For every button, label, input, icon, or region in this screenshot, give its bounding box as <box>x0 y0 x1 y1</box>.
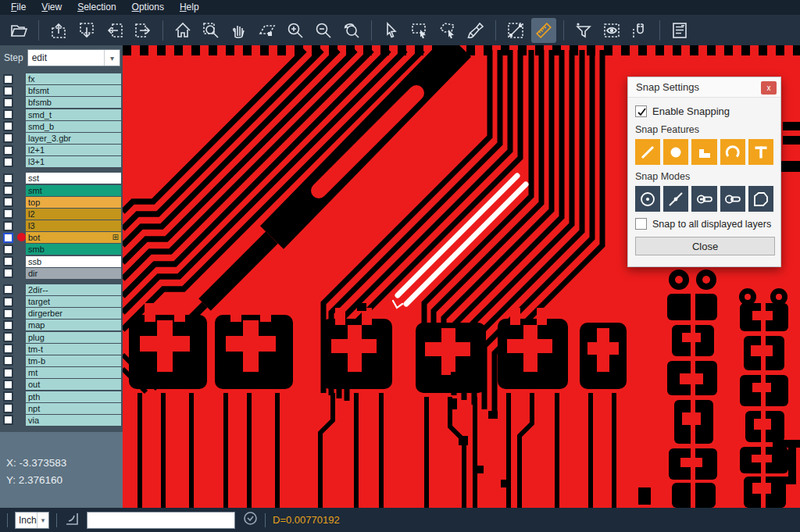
snap-mode-center-icon[interactable] <box>635 186 660 212</box>
layer-row-pth[interactable]: pth <box>0 391 123 402</box>
shift-view-up-icon[interactable] <box>46 18 71 43</box>
layer-row-smd_t[interactable]: smd_t <box>0 109 123 120</box>
unit-select[interactable]: Inch ▾ <box>15 512 49 529</box>
layer-row-bfsmt[interactable]: bfsmt <box>0 85 123 96</box>
layer-visibility-checkbox[interactable] <box>3 309 13 319</box>
snap-magnet-icon[interactable] <box>627 18 652 43</box>
layer-visibility-checkbox[interactable] <box>3 256 13 266</box>
select-arrow-icon[interactable] <box>379 18 404 43</box>
snap-mode-contour-icon[interactable] <box>748 186 773 212</box>
snap-feature-arc-icon[interactable] <box>720 139 745 165</box>
layer-row-smb[interactable]: smb <box>0 244 123 255</box>
layer-visibility-checkbox[interactable] <box>3 332 13 342</box>
enable-snapping-checkbox[interactable]: Enable Snapping <box>635 105 773 117</box>
select-polygon-icon[interactable] <box>435 18 460 43</box>
layer-visibility-checkbox[interactable] <box>3 221 13 231</box>
measure-line-icon[interactable] <box>503 18 528 43</box>
layer-visibility-checkbox[interactable] <box>3 233 13 243</box>
layer-visibility-checkbox[interactable] <box>3 403 13 413</box>
layer-visibility-checkbox[interactable] <box>3 185 13 195</box>
layer-row-dir[interactable]: dir <box>0 268 123 279</box>
layer-visibility-checkbox[interactable] <box>3 197 13 207</box>
layer-row-tm-t[interactable]: tm-t <box>0 344 123 355</box>
layer-row-bfsmb[interactable]: bfsmb <box>0 97 123 108</box>
open-folder-icon[interactable] <box>6 18 31 43</box>
step-select[interactable]: edit ▾ <box>27 49 120 66</box>
layer-row-mt[interactable]: mt <box>0 367 123 378</box>
zoom-in-icon[interactable] <box>283 18 308 43</box>
measure-input[interactable] <box>87 512 235 529</box>
layer-row-target[interactable]: target <box>0 296 123 307</box>
show-hide-icon[interactable] <box>599 18 624 43</box>
layer-visibility-checkbox[interactable] <box>3 344 13 354</box>
layer-grid-icon[interactable]: ⊞ <box>112 232 119 243</box>
layer-visibility-checkbox[interactable] <box>3 173 13 184</box>
layer-visibility-checkbox[interactable] <box>3 284 13 295</box>
layer-visibility-checkbox[interactable] <box>3 109 13 120</box>
select-brush-icon[interactable] <box>463 18 488 43</box>
layer-row-out[interactable]: out <box>0 379 123 390</box>
layer-visibility-checkbox[interactable] <box>3 368 13 378</box>
shift-view-right-icon[interactable] <box>130 18 155 43</box>
snap-feature-pad-icon[interactable] <box>663 139 688 165</box>
layer-row-bot[interactable]: bot⊞ <box>0 232 123 243</box>
layer-visibility-checkbox[interactable] <box>3 297 13 307</box>
layer-visibility-checkbox[interactable] <box>3 145 13 155</box>
ruler-icon[interactable] <box>531 18 556 43</box>
snap-feature-line-icon[interactable] <box>635 139 660 165</box>
layer-visibility-checkbox[interactable] <box>3 133 13 143</box>
layer-row-sst[interactable]: sst <box>0 173 123 184</box>
layer-visibility-checkbox[interactable] <box>3 121 13 131</box>
home-view-icon[interactable] <box>170 18 195 43</box>
menu-file[interactable]: File <box>3 0 34 15</box>
menu-selection[interactable]: Selection <box>70 0 123 15</box>
layer-row-l3[interactable]: l3 <box>0 220 123 231</box>
zoom-previous-icon[interactable] <box>339 18 364 43</box>
layer-visibility-checkbox[interactable] <box>3 74 13 84</box>
layer-row-l2+1[interactable]: l2+1 <box>0 145 123 155</box>
layer-row-l2[interactable]: l2 <box>0 209 123 220</box>
layer-row-smt[interactable]: smt <box>0 185 123 196</box>
layer-row-dirgerber[interactable]: dirgerber <box>0 308 123 319</box>
layer-visibility-checkbox[interactable] <box>3 86 13 96</box>
layer-row-plug[interactable]: plug <box>0 332 123 343</box>
confirm-icon[interactable] <box>243 511 258 529</box>
menu-view[interactable]: View <box>34 0 70 15</box>
close-button[interactable]: Close <box>635 237 775 255</box>
layer-visibility-checkbox[interactable] <box>3 415 13 425</box>
select-rectangle-icon[interactable] <box>407 18 432 43</box>
layer-row-smd_b[interactable]: smd_b <box>0 121 123 132</box>
snap-feature-surface-icon[interactable] <box>691 139 716 165</box>
snap-mode-slot-outline-icon[interactable] <box>720 186 745 212</box>
layer-row-fx[interactable]: fx <box>0 73 123 84</box>
shift-view-down-icon[interactable] <box>74 18 99 43</box>
filter-icon[interactable] <box>571 18 596 43</box>
layer-visibility-checkbox[interactable] <box>3 209 13 219</box>
menu-options[interactable]: Options <box>124 0 172 15</box>
corner-angle-icon[interactable] <box>64 511 80 530</box>
layer-visibility-checkbox[interactable] <box>3 355 13 366</box>
snap-feature-text-icon[interactable] <box>748 139 773 165</box>
snap-mode-midpoint-icon[interactable] <box>663 186 688 212</box>
snap-mode-slot-center-icon[interactable] <box>691 186 716 212</box>
layer-row-top[interactable]: top <box>0 197 123 208</box>
close-icon[interactable]: x <box>761 81 777 95</box>
shift-view-left-icon[interactable] <box>102 18 127 43</box>
zoom-out-icon[interactable] <box>311 18 336 43</box>
layer-row-tm-b[interactable]: tm-b <box>0 355 123 366</box>
layer-visibility-checkbox[interactable] <box>3 391 13 402</box>
layer-visibility-checkbox[interactable] <box>3 98 13 108</box>
zoom-object-icon[interactable] <box>255 18 280 43</box>
snap-all-layers-checkbox[interactable]: Snap to all displayed layers <box>635 218 773 230</box>
layer-row-layer_3.gbr[interactable]: layer_3.gbr <box>0 133 123 144</box>
layer-row-ssb[interactable]: ssb <box>0 256 123 267</box>
menu-help[interactable]: Help <box>172 0 207 15</box>
layer-row-npt[interactable]: npt <box>0 403 123 414</box>
layer-visibility-checkbox[interactable] <box>3 245 13 255</box>
pan-hand-icon[interactable] <box>227 18 252 43</box>
layer-visibility-checkbox[interactable] <box>3 380 13 390</box>
layer-visibility-checkbox[interactable] <box>3 268 13 278</box>
layer-row-via[interactable]: via <box>0 415 123 426</box>
layer-visibility-checkbox[interactable] <box>3 320 13 330</box>
layer-row-l3+1[interactable]: l3+1 <box>0 156 123 167</box>
